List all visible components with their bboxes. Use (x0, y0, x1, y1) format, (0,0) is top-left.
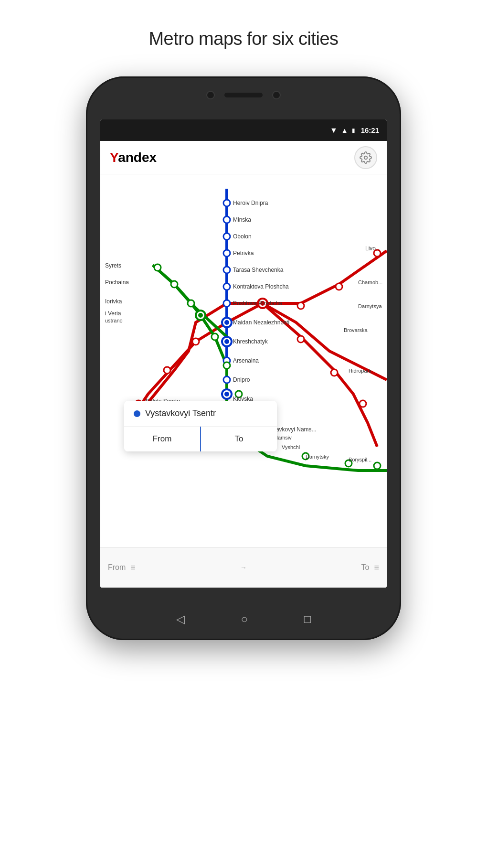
svg-text:Livo...: Livo... (365, 245, 381, 252)
station-popup: Vystavkovyi Tsentr From To (124, 401, 277, 451)
svg-point-3 (223, 216, 230, 223)
status-bar: ▼ ▲ ▮ 16:21 (100, 119, 387, 141)
svg-text:Arsenalna: Arsenalna (233, 357, 259, 364)
phone-home-bar: ◁ ○ □ (148, 612, 339, 626)
svg-text:Brovarska: Brovarska (344, 327, 368, 333)
signal-icon: ▲ (341, 127, 348, 134)
svg-point-8 (223, 300, 230, 307)
svg-point-16 (224, 392, 229, 396)
svg-text:Tarasa Shevchenka: Tarasa Shevchenka (233, 267, 284, 273)
station-name-row: Vystavkovyi Tsentr (124, 401, 277, 427)
svg-text:Vyshchi: Vyshchi (282, 444, 300, 450)
svg-text:i Veria: i Veria (105, 310, 121, 317)
phone-mockup: ▼ ▲ ▮ 16:21 Yandex (86, 76, 401, 640)
svg-point-27 (297, 336, 304, 343)
bottom-nav-bar: From ≡ → To ≡ (100, 547, 387, 588)
station-name-label: Vystavkovyi Tsentr (145, 408, 216, 418)
home-button[interactable]: ○ (241, 612, 248, 626)
phone-shell: ▼ ▲ ▮ 16:21 Yandex (86, 76, 401, 640)
svg-point-25 (164, 367, 170, 374)
svg-text:Hidropark: Hidropark (349, 368, 371, 374)
logo-andex: andex (118, 150, 157, 165)
recent-apps-button[interactable]: □ (304, 612, 311, 626)
svg-point-32 (188, 300, 194, 307)
svg-point-0 (364, 156, 368, 159)
phone-speaker (224, 93, 263, 97)
station-dot (134, 410, 140, 417)
svg-point-35 (212, 333, 218, 340)
svg-point-24 (192, 338, 199, 345)
battery-icon: ▮ (352, 127, 355, 134)
phone-screen: ▼ ▲ ▮ 16:21 Yandex (100, 119, 387, 588)
svg-point-4 (223, 233, 230, 240)
svg-text:Boryspil...: Boryspil... (349, 457, 371, 462)
svg-point-5 (223, 250, 230, 257)
svg-text:Pochaina: Pochaina (105, 279, 129, 286)
to-label: To (361, 563, 370, 572)
svg-point-10 (224, 320, 229, 325)
wifi-icon: ▼ (330, 126, 338, 135)
svg-point-31 (171, 281, 178, 288)
settings-button[interactable] (354, 146, 377, 169)
svg-point-20 (336, 283, 342, 290)
svg-text:Syrets: Syrets (105, 262, 121, 269)
app-header: Yandex (100, 141, 387, 174)
svg-text:Heroiv Dnipra: Heroiv Dnipra (233, 200, 268, 206)
svg-text:Kontraktova Ploshcha: Kontraktova Ploshcha (233, 283, 289, 290)
svg-text:Iorivka: Iorivka (105, 298, 122, 305)
svg-point-34 (198, 313, 203, 318)
from-section[interactable]: From ≡ (108, 563, 240, 573)
svg-text:Poshtova Ploshcha: Poshtova Ploshcha (233, 300, 282, 307)
svg-point-36 (223, 362, 230, 369)
arrow-icon: → (240, 564, 247, 571)
svg-point-6 (223, 267, 230, 273)
popup-buttons: From To (124, 427, 277, 451)
from-button[interactable]: From (124, 427, 201, 451)
svg-text:Minska: Minska (233, 216, 251, 223)
phone-top-bar (196, 91, 291, 99)
to-list-icon[interactable]: ≡ (374, 563, 379, 573)
logo-y: Y (110, 150, 118, 165)
svg-text:Charnob...: Charnob... (358, 279, 382, 285)
svg-text:Khreshchatyk: Khreshchatyk (233, 338, 268, 345)
svg-text:Darnytsky: Darnytsky (306, 454, 329, 460)
to-button[interactable]: To (201, 427, 277, 451)
svg-point-30 (154, 264, 161, 271)
svg-point-29 (360, 400, 366, 407)
yandex-logo: Yandex (110, 150, 157, 165)
svg-point-14 (223, 376, 230, 383)
svg-text:Obolon: Obolon (233, 233, 252, 240)
from-list-icon[interactable]: ≡ (130, 563, 136, 573)
svg-point-28 (331, 369, 338, 376)
svg-text:Petrivka: Petrivka (233, 250, 254, 257)
metro-map[interactable]: Heroiv Dnipra Minska Obolon Petrivka Tar… (100, 174, 387, 499)
svg-text:Maidan Nezalezhnosti: Maidan Nezalezhnosti (233, 319, 289, 326)
status-time: 16:21 (361, 126, 379, 134)
svg-point-21 (297, 302, 304, 309)
back-button[interactable]: ◁ (176, 612, 185, 626)
svg-point-41 (374, 462, 381, 469)
svg-point-7 (223, 283, 230, 290)
phone-camera (206, 91, 215, 99)
from-label: From (108, 563, 126, 572)
svg-text:Dnipro: Dnipro (233, 376, 250, 383)
phone-camera-2 (272, 91, 281, 99)
svg-text:ustrano: ustrano (105, 318, 123, 323)
svg-point-12 (224, 339, 229, 344)
to-section[interactable]: To ≡ (247, 563, 379, 573)
svg-text:Darnytsya: Darnytsya (358, 303, 382, 309)
page-title: Metro maps for six cities (0, 0, 487, 49)
svg-point-2 (223, 200, 230, 206)
